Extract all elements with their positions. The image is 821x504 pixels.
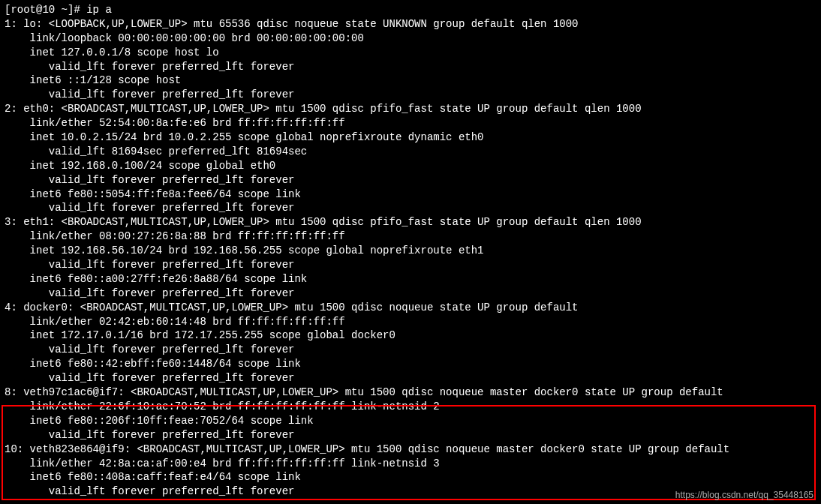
output-line: link/ether 02:42:eb:60:14:48 brd ff:ff:f… — [5, 315, 816, 329]
output-line: link/ether 08:00:27:26:8a:88 brd ff:ff:f… — [5, 230, 816, 244]
output-line: 1: lo: <LOOPBACK,UP,LOWER_UP> mtu 65536 … — [5, 17, 816, 32]
output-line: link/loopback 00:00:00:00:00:00 brd 00:0… — [5, 32, 816, 46]
output-line: valid_lft 81694sec preferred_lft 81694se… — [5, 145, 816, 159]
output-line: link/ether 52:54:00:8a:fe:e6 brd ff:ff:f… — [5, 116, 816, 130]
output-line: 3: eth1: <BROADCAST,MULTICAST,UP,LOWER_U… — [5, 215, 816, 230]
watermark-text: https://blog.csdn.net/qq_35448165 — [675, 489, 813, 501]
output-line: valid_lft forever preferred_lft forever — [5, 201, 816, 215]
output-line: inet 127.0.0.1/8 scope host lo — [5, 46, 816, 60]
output-line: 8: veth97c1ac6@if7: <BROADCAST,MULTICAST… — [5, 386, 816, 400]
output-line: valid_lft forever preferred_lft forever — [5, 88, 816, 102]
output-line: inet6 fe80::206f:10ff:feae:7052/64 scope… — [5, 414, 816, 428]
output-line: inet6 ::1/128 scope host — [5, 74, 816, 88]
terminal-output[interactable]: [root@10 ~]# ip a 1: lo: <LOOPBACK,UP,LO… — [5, 3, 816, 499]
output-line: valid_lft forever preferred_lft forever — [5, 428, 816, 442]
output-line: 10: veth823e864@if9: <BROADCAST,MULTICAS… — [5, 442, 816, 457]
output-line: inet6 fe80::42:ebff:fe60:1448/64 scope l… — [5, 357, 816, 371]
output-line: valid_lft forever preferred_lft forever — [5, 286, 816, 301]
output-line: 4: docker0: <BROADCAST,MULTICAST,UP,LOWE… — [5, 301, 816, 315]
output-line: link/ether 22:6f:10:ae:70:52 brd ff:ff:f… — [5, 400, 816, 414]
output-line: valid_lft forever preferred_lft forever — [5, 173, 816, 188]
output-line: valid_lft forever preferred_lft forever — [5, 343, 816, 357]
shell-prompt: [root@10 ~]# ip a — [5, 3, 816, 17]
output-line: inet6 fe80::a00:27ff:fe26:8a88/64 scope … — [5, 272, 816, 286]
output-line: link/ether 42:8a:ca:af:00:e4 brd ff:ff:f… — [5, 457, 816, 471]
output-line: inet 192.168.0.100/24 scope global eth0 — [5, 159, 816, 173]
output-line: inet6 fe80::408a:caff:feaf:e4/64 scope l… — [5, 470, 816, 484]
output-line: valid_lft forever preferred_lft forever — [5, 371, 816, 386]
output-line: inet 192.168.56.10/24 brd 192.168.56.255… — [5, 244, 816, 258]
output-line: valid_lft forever preferred_lft forever — [5, 60, 816, 74]
output-line: inet6 fe80::5054:ff:fe8a:fee6/64 scope l… — [5, 188, 816, 202]
output-line: inet 10.0.2.15/24 brd 10.0.2.255 scope g… — [5, 130, 816, 145]
output-line: inet 172.17.0.1/16 brd 172.17.255.255 sc… — [5, 328, 816, 343]
output-line: 2: eth0: <BROADCAST,MULTICAST,UP,LOWER_U… — [5, 102, 816, 116]
output-line: valid_lft forever preferred_lft forever — [5, 258, 816, 272]
